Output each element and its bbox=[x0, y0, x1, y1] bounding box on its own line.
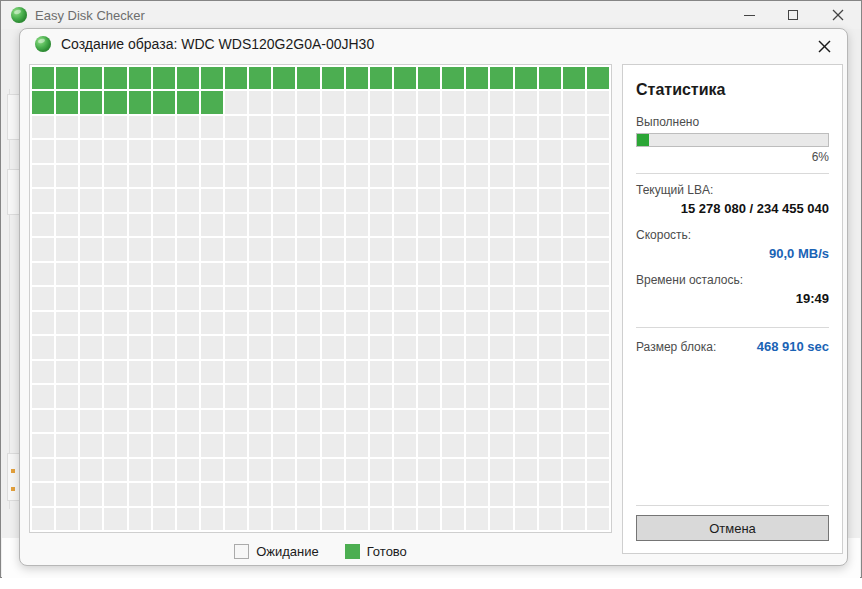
block-cell bbox=[249, 385, 271, 407]
block-cell bbox=[322, 189, 344, 211]
block-cell bbox=[442, 361, 464, 383]
block-cell bbox=[587, 410, 609, 432]
block-cell bbox=[249, 116, 271, 138]
block-cell bbox=[394, 312, 416, 334]
legend: Ожидание Готово bbox=[29, 541, 612, 561]
block-cell bbox=[273, 459, 295, 481]
block-cell bbox=[32, 165, 54, 187]
cancel-button[interactable]: Отмена bbox=[636, 515, 829, 541]
block-cell bbox=[539, 385, 561, 407]
block-cell bbox=[56, 238, 78, 260]
speed-value: 90,0 MB/s bbox=[636, 246, 829, 261]
block-cell bbox=[129, 287, 151, 309]
block-cell bbox=[80, 238, 102, 260]
block-cell bbox=[394, 116, 416, 138]
block-cell bbox=[273, 189, 295, 211]
block-cell bbox=[587, 483, 609, 505]
dialog-header: Создание образа: WDC WDS120G2G0A-00JH30 bbox=[20, 29, 847, 59]
block-cell bbox=[587, 116, 609, 138]
block-cell bbox=[539, 410, 561, 432]
block-cell bbox=[80, 434, 102, 456]
block-cell bbox=[539, 189, 561, 211]
block-cell bbox=[346, 336, 368, 358]
block-cell bbox=[490, 508, 512, 530]
block-cell bbox=[80, 410, 102, 432]
block-cell bbox=[273, 165, 295, 187]
maximize-button[interactable] bbox=[771, 1, 815, 29]
block-cell bbox=[273, 140, 295, 162]
block-cell bbox=[394, 459, 416, 481]
block-cell bbox=[177, 91, 199, 113]
block-cell bbox=[297, 508, 319, 530]
block-cell bbox=[587, 91, 609, 113]
block-cell bbox=[515, 189, 537, 211]
block-map-panel bbox=[29, 64, 612, 533]
block-cell bbox=[346, 312, 368, 334]
block-cell bbox=[539, 434, 561, 456]
dialog-close-button[interactable] bbox=[813, 35, 835, 57]
block-cell bbox=[273, 238, 295, 260]
block-cell bbox=[153, 238, 175, 260]
block-cell bbox=[322, 336, 344, 358]
block-cell bbox=[587, 459, 609, 481]
block-cell bbox=[563, 140, 585, 162]
block-cell bbox=[563, 214, 585, 236]
separator bbox=[636, 505, 829, 506]
block-cell bbox=[346, 165, 368, 187]
block-cell bbox=[153, 410, 175, 432]
block-cell bbox=[104, 508, 126, 530]
block-cell bbox=[515, 214, 537, 236]
block-cell bbox=[273, 67, 295, 89]
block-cell bbox=[129, 312, 151, 334]
block-cell bbox=[104, 165, 126, 187]
block-cell bbox=[370, 434, 392, 456]
legend-item-done: Готово bbox=[345, 544, 407, 559]
block-cell bbox=[466, 312, 488, 334]
block-cell bbox=[273, 508, 295, 530]
block-cell bbox=[322, 214, 344, 236]
block-cell bbox=[201, 361, 223, 383]
block-cell bbox=[418, 116, 440, 138]
block-cell bbox=[394, 434, 416, 456]
current-lba-value: 15 278 080 / 234 455 040 bbox=[636, 201, 829, 216]
block-cell bbox=[297, 434, 319, 456]
block-cell bbox=[273, 336, 295, 358]
block-cell bbox=[56, 336, 78, 358]
background-icon-fragment bbox=[11, 469, 15, 473]
block-cell bbox=[153, 287, 175, 309]
background-window-fragment bbox=[7, 169, 19, 215]
block-cell bbox=[80, 116, 102, 138]
block-cell bbox=[418, 214, 440, 236]
block-cell bbox=[225, 483, 247, 505]
block-cell bbox=[297, 165, 319, 187]
block-cell bbox=[587, 189, 609, 211]
block-cell bbox=[225, 116, 247, 138]
block-cell bbox=[322, 361, 344, 383]
block-cell bbox=[563, 434, 585, 456]
block-cell bbox=[539, 140, 561, 162]
block-cell bbox=[249, 140, 271, 162]
block-cell bbox=[515, 91, 537, 113]
block-cell bbox=[249, 361, 271, 383]
block-cell bbox=[539, 312, 561, 334]
block-cell bbox=[370, 189, 392, 211]
block-cell bbox=[297, 410, 319, 432]
block-cell bbox=[322, 483, 344, 505]
block-cell bbox=[418, 287, 440, 309]
block-cell bbox=[249, 410, 271, 432]
block-cell bbox=[587, 214, 609, 236]
block-cell bbox=[490, 165, 512, 187]
block-cell bbox=[370, 116, 392, 138]
block-cell bbox=[80, 312, 102, 334]
block-cell bbox=[418, 67, 440, 89]
maximize-icon bbox=[788, 10, 798, 20]
minimize-button[interactable] bbox=[727, 1, 771, 29]
block-cell bbox=[515, 385, 537, 407]
block-cell bbox=[515, 165, 537, 187]
close-button[interactable] bbox=[816, 1, 860, 29]
block-cell bbox=[370, 385, 392, 407]
block-cell bbox=[297, 385, 319, 407]
block-cell bbox=[370, 91, 392, 113]
block-cell bbox=[249, 263, 271, 285]
block-cell bbox=[153, 214, 175, 236]
